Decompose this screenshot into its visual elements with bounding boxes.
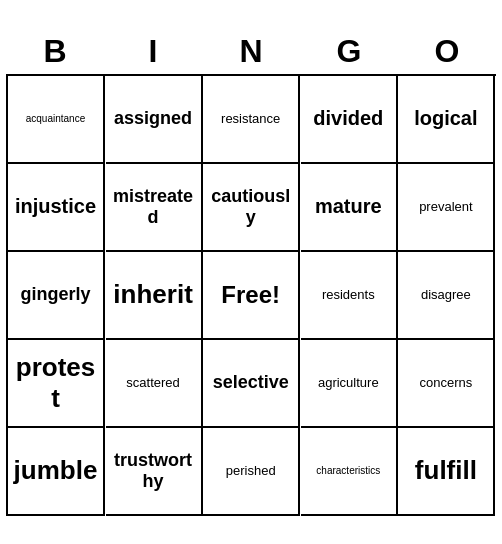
header-letter: B: [6, 29, 104, 74]
cell-text: logical: [414, 107, 477, 130]
cell-text: agriculture: [318, 375, 379, 390]
cell-text: residents: [322, 287, 375, 302]
cell-text: fulfill: [415, 455, 477, 486]
bingo-cell[interactable]: selective: [203, 340, 300, 428]
cell-text: injustice: [15, 195, 96, 218]
bingo-cell[interactable]: Free!: [203, 252, 300, 340]
bingo-cell[interactable]: perished: [203, 428, 300, 516]
cell-text: characteristics: [316, 465, 380, 476]
cell-text: Free!: [221, 281, 280, 309]
cell-text: perished: [226, 463, 276, 478]
bingo-cell[interactable]: concerns: [398, 340, 495, 428]
bingo-cell[interactable]: inherit: [106, 252, 203, 340]
cell-text: cautiously: [207, 186, 294, 228]
bingo-cell[interactable]: divided: [301, 76, 398, 164]
cell-text: acquaintance: [26, 113, 86, 124]
bingo-cell[interactable]: scattered: [106, 340, 203, 428]
header-letter: O: [398, 29, 496, 74]
bingo-cell[interactable]: injustice: [8, 164, 105, 252]
cell-text: assigned: [114, 108, 192, 129]
cell-text: inherit: [113, 279, 192, 310]
header-letter: N: [202, 29, 300, 74]
cell-text: prevalent: [419, 199, 472, 214]
cell-text: jumble: [14, 455, 98, 486]
bingo-cell[interactable]: fulfill: [398, 428, 495, 516]
bingo-cell[interactable]: cautiously: [203, 164, 300, 252]
cell-text: mistreated: [110, 186, 197, 228]
bingo-cell[interactable]: gingerly: [8, 252, 105, 340]
bingo-cell[interactable]: jumble: [8, 428, 105, 516]
header-letter: G: [300, 29, 398, 74]
cell-text: scattered: [126, 375, 179, 390]
cell-text: mature: [315, 195, 382, 218]
bingo-card: BINGO acquaintanceassignedresistancedivi…: [6, 29, 496, 516]
bingo-cell[interactable]: resistance: [203, 76, 300, 164]
bingo-cell[interactable]: protest: [8, 340, 105, 428]
bingo-cell[interactable]: disagree: [398, 252, 495, 340]
bingo-grid: acquaintanceassignedresistancedividedlog…: [6, 74, 496, 516]
cell-text: resistance: [221, 111, 280, 126]
bingo-cell[interactable]: mature: [301, 164, 398, 252]
bingo-cell[interactable]: agriculture: [301, 340, 398, 428]
bingo-cell[interactable]: assigned: [106, 76, 203, 164]
cell-text: divided: [313, 107, 383, 130]
cell-text: trustworthy: [110, 450, 197, 492]
bingo-cell[interactable]: characteristics: [301, 428, 398, 516]
header-letter: I: [104, 29, 202, 74]
bingo-header: BINGO: [6, 29, 496, 74]
bingo-cell[interactable]: prevalent: [398, 164, 495, 252]
bingo-cell[interactable]: logical: [398, 76, 495, 164]
cell-text: gingerly: [20, 284, 90, 305]
cell-text: concerns: [420, 375, 473, 390]
cell-text: selective: [213, 372, 289, 393]
bingo-cell[interactable]: residents: [301, 252, 398, 340]
bingo-cell[interactable]: acquaintance: [8, 76, 105, 164]
bingo-cell[interactable]: mistreated: [106, 164, 203, 252]
bingo-cell[interactable]: trustworthy: [106, 428, 203, 516]
cell-text: disagree: [421, 287, 471, 302]
cell-text: protest: [12, 352, 99, 414]
